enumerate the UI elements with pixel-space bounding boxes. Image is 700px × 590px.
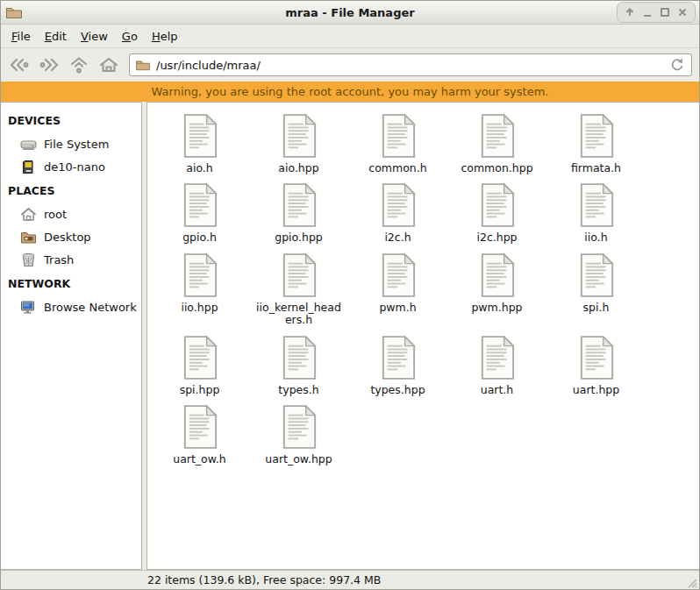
forward-button[interactable] [34,52,64,78]
sidebar: DEVICESFile Systemde10-nanoPLACESrootDes… [1,102,142,570]
menu-edit[interactable]: Edit [38,26,74,46]
document-icon [281,182,318,228]
file-common.h[interactable]: common.h [348,113,447,174]
document-icon [380,113,417,159]
menu-go[interactable]: Go [115,26,145,46]
status-text: 22 items (139.6 kB), Free space: 997.4 M… [1,573,381,586]
document-icon [182,404,218,450]
sidebar-header-devices: DEVICES [1,108,141,132]
up-button[interactable] [64,52,94,78]
path-folder-icon [135,59,151,71]
document-icon [479,252,516,298]
home-nav-icon [98,56,119,74]
shade-button[interactable] [624,6,636,18]
sidebar-item-root[interactable]: root [1,203,141,225]
document-icon [479,335,516,380]
menu-help[interactable]: Help [145,26,185,46]
document-icon [281,404,318,450]
toolbar: /usr/include/mraa/ [1,48,699,82]
file-iio.hpp[interactable]: iio.hpp [150,252,249,327]
document-icon [281,252,318,298]
sidebar-item-file-system[interactable]: File System [1,132,141,155]
title-bar[interactable]: mraa - File Manager [1,1,699,25]
minimize-button[interactable] [641,6,654,18]
sidebar-item-trash[interactable]: Trash [1,248,141,271]
document-icon [182,182,218,228]
up-icon [68,56,89,74]
sidebar-item-desktop[interactable]: Desktop [1,225,141,248]
file-uart_ow.h[interactable]: uart_ow.h [150,404,249,466]
main-area: DEVICESFile Systemde10-nanoPLACESrootDes… [1,102,699,570]
document-icon [281,335,318,380]
menu-file[interactable]: File [4,26,38,46]
file-pwm.hpp[interactable]: pwm.hpp [447,252,546,327]
harddrive-icon [20,137,37,152]
window-controls [617,2,696,23]
document-icon [479,113,516,159]
reload-button[interactable] [667,55,688,75]
file-uart.hpp[interactable]: uart.hpp [546,335,646,396]
file-i2c.h[interactable]: i2c.h [348,182,447,244]
document-icon [182,252,218,298]
sidebar-header-network: NETWORK [1,271,141,295]
file-pwm.h[interactable]: pwm.h [348,252,447,327]
file-types.h[interactable]: types.h [249,335,348,396]
root-warning-text: Warning, you are using the root account,… [152,85,549,98]
file-uart.h[interactable]: uart.h [447,335,546,396]
resize-grip-icon[interactable] [685,575,697,587]
file-spi.hpp[interactable]: spi.hpp [150,335,249,396]
sdcard-icon [20,160,37,174]
file-aio.h[interactable]: aio.h [150,113,249,174]
home-button[interactable] [94,52,124,78]
document-icon [281,113,318,159]
trash-icon [20,252,37,267]
window-title: mraa - File Manager [1,6,699,19]
file-spi.h[interactable]: spi.h [546,252,646,327]
document-icon [578,182,615,228]
document-icon [380,252,417,298]
file-common.hpp[interactable]: common.hpp [447,113,546,174]
maximize-icon [660,7,670,18]
document-icon [182,335,218,380]
arrow-up-icon [625,7,635,18]
file-gpio.h[interactable]: gpio.h [150,182,249,244]
minimize-icon [642,7,653,18]
back-icon [8,56,31,74]
file-manager-window: mraa - File Manager FileEditViewGoHelp [0,0,700,590]
document-icon [578,252,615,298]
network-icon [20,300,37,315]
file-types.hpp[interactable]: types.hpp [348,335,447,396]
desktop-folder-icon [20,230,37,245]
document-icon [578,113,615,159]
path-bar[interactable]: /usr/include/mraa/ [129,53,692,76]
status-bar: 22 items (139.6 kB), Free space: 997.4 M… [1,570,699,589]
document-icon [380,335,417,380]
file-aio.hpp[interactable]: aio.hpp [249,113,348,174]
root-warning-banner: Warning, you are using the root account,… [1,82,699,102]
maximize-button[interactable] [659,6,671,18]
file-gpio.hpp[interactable]: gpio.hpp [249,182,348,244]
home-icon [20,207,37,222]
menu-bar: FileEditViewGoHelp [1,25,699,48]
file-grid: aio.haio.hppcommon.hcommon.hppfirmata.hg… [147,103,699,466]
file-pane[interactable]: aio.haio.hppcommon.hcommon.hppfirmata.hg… [146,102,699,570]
file-i2c.hpp[interactable]: i2c.hpp [447,182,546,244]
sidebar-item-browse-network[interactable]: Browse Network [1,295,141,318]
close-button[interactable] [676,6,689,18]
sidebar-header-places: PLACES [1,178,141,203]
file-firmata.h[interactable]: firmata.h [546,113,646,174]
menu-view[interactable]: View [74,26,115,46]
file-iio_kernel_headers.h[interactable]: iio_kernel_headers.h [249,252,348,327]
file-iio.h[interactable]: iio.h [546,182,646,244]
document-icon [380,182,417,228]
document-icon [182,113,218,159]
document-icon [578,335,615,380]
sidebar-item-de10-nano[interactable]: de10-nano [1,155,141,178]
document-icon [479,182,516,228]
back-button[interactable] [4,52,34,78]
forward-icon [38,56,61,74]
file-uart_ow.hpp[interactable]: uart_ow.hpp [249,404,348,466]
path-text[interactable]: /usr/include/mraa/ [156,59,667,72]
close-icon [677,7,688,18]
reload-icon [669,57,685,73]
